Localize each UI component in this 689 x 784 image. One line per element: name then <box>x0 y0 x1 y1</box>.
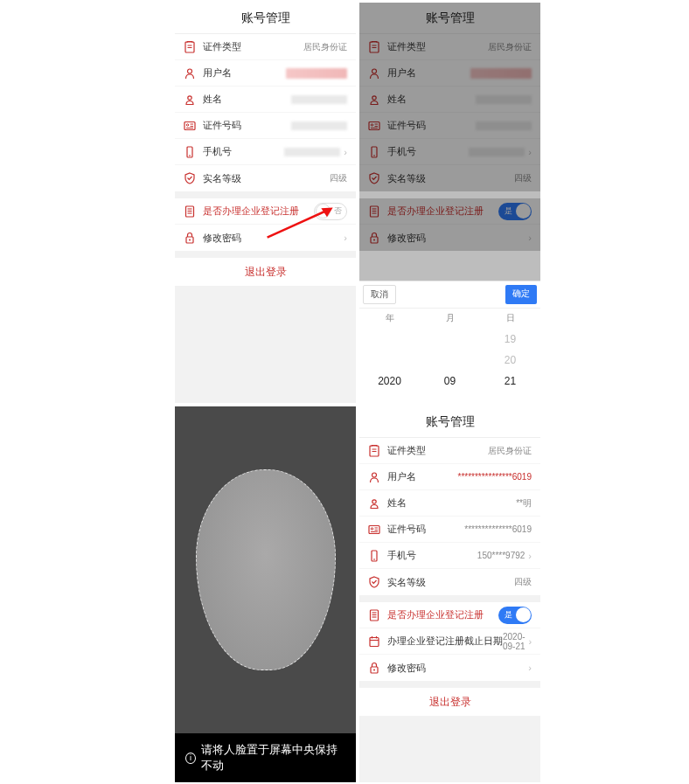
picker-col-month: 月 <box>420 312 480 324</box>
user-icon <box>184 67 196 80</box>
screen-account-datepicker: 账号管理 证件类型 居民身份证 用户名 姓名 <box>359 3 540 403</box>
value-username-redacted <box>286 68 347 79</box>
row-idnum: 证件号码 <box>359 113 540 139</box>
phone-icon <box>184 146 196 158</box>
shield-icon <box>368 576 380 588</box>
picker-col-year: 年 <box>359 312 420 324</box>
logout-button[interactable]: 退出登录 <box>359 688 540 716</box>
row-doctype: 证件类型 居民身份证 <box>359 34 540 60</box>
label-realname: 姓名 <box>203 93 222 106</box>
chevron-right-icon: › <box>344 232 347 243</box>
row-phone[interactable]: 手机号 150****9792 › <box>359 543 540 569</box>
date-picker: 取消 确定 年 月 日 2020 09 <box>359 281 540 403</box>
row-idnum: 证件号码 **************6019 <box>359 517 540 543</box>
row-register: 是否办理企业登记注册 否 <box>175 198 356 225</box>
lock-icon <box>368 662 380 674</box>
row-deadline[interactable]: 办理企业登记注册截止日期 2020-09-21 › <box>359 628 540 655</box>
person-icon <box>368 94 380 106</box>
picker-ok-button[interactable]: 确定 <box>505 285 537 304</box>
person-icon <box>184 94 196 106</box>
register-toggle[interactable]: 否 <box>314 203 347 220</box>
row-phone[interactable]: 手机号 › <box>359 139 540 165</box>
row-chpwd[interactable]: 修改密码 › <box>359 655 540 681</box>
idcard-icon <box>184 120 196 132</box>
row-idnum: 证件号码 <box>175 113 356 139</box>
value-username: ****************6019 <box>457 472 532 482</box>
value-realname: **明 <box>516 497 532 510</box>
doctype-icon <box>368 41 380 53</box>
face-hint-text: 请将人脸置于屏幕中央保持不动 <box>201 742 345 774</box>
row-phone[interactable]: 手机号 › <box>175 139 356 165</box>
value-idnum: **************6019 <box>464 524 532 534</box>
row-level: 实名等级 四级 <box>175 165 356 191</box>
shield-icon <box>184 172 196 184</box>
page-title: 账号管理 <box>175 3 356 34</box>
doctype-icon <box>184 41 196 53</box>
logout-button[interactable]: 退出登录 <box>175 258 356 286</box>
row-username: 用户名 <box>175 60 356 87</box>
chevron-right-icon: › <box>529 636 532 647</box>
value-level: 四级 <box>330 172 347 184</box>
screen-account-filled: 账号管理 证件类型 居民身份证 用户名 ****************6019… <box>359 406 540 782</box>
register-toggle[interactable]: 是 <box>498 607 532 624</box>
row-doctype: 证件类型 居民身份证 <box>175 34 356 60</box>
doc-red-icon <box>368 205 380 218</box>
row-realname: 姓名 <box>175 87 356 113</box>
row-realname: 姓名 <box>359 87 540 113</box>
phone-icon <box>368 146 380 158</box>
toggle-knob <box>316 204 331 219</box>
value-phone-redacted <box>284 148 340 156</box>
doc-red-icon <box>368 609 380 621</box>
chevron-right-icon: › <box>344 147 347 157</box>
row-level: 实名等级 四级 <box>359 569 540 595</box>
picker-wheel[interactable]: 2020 09 19 20 21 <box>359 328 540 403</box>
chevron-right-icon: › <box>528 663 532 673</box>
row-chpwd[interactable]: 修改密码 › <box>359 225 540 251</box>
label-idnum: 证件号码 <box>203 119 241 132</box>
phone-icon <box>368 550 380 562</box>
info-icon: i <box>185 753 196 764</box>
shield-icon <box>368 172 380 184</box>
value-phone: 150****9792 <box>477 551 525 560</box>
row-realname: 姓名 **明 <box>359 490 540 517</box>
row-register: 是否办理企业登记注册 是 <box>359 198 540 225</box>
toggle-label: 否 <box>334 205 342 217</box>
value-doctype: 居民身份证 <box>303 41 347 53</box>
page-title: 账号管理 <box>359 406 540 438</box>
lock-icon <box>184 232 196 244</box>
label-level: 实名等级 <box>203 172 241 185</box>
label-chpwd: 修改密码 <box>203 232 241 245</box>
lock-icon <box>368 232 380 244</box>
row-register: 是否办理企业登记注册 是 <box>359 602 540 628</box>
label-deadline: 办理企业登记注册截止日期 <box>387 635 503 648</box>
page-title: 账号管理 <box>359 3 540 34</box>
row-username: 用户名 <box>359 60 540 87</box>
face-outline-guide <box>196 469 336 670</box>
user-icon <box>368 67 380 80</box>
chevron-right-icon: › <box>528 551 532 561</box>
chevron-right-icon: › <box>528 232 532 243</box>
calendar-icon <box>368 635 380 648</box>
row-level: 实名等级 四级 <box>359 165 540 191</box>
screen-account-toggle-off: 账号管理 证件类型 居民身份证 用户名 姓名 证件号码 <box>175 3 356 403</box>
label-register: 是否办理企业登记注册 <box>203 205 299 218</box>
picker-col-day: 日 <box>480 312 540 324</box>
doctype-icon <box>368 445 380 457</box>
screen-face-capture: i 请将人脸置于屏幕中央保持不动 <box>175 406 356 782</box>
idcard-icon <box>368 120 380 132</box>
chevron-right-icon: › <box>528 147 532 157</box>
row-username: 用户名 ****************6019 <box>359 464 540 490</box>
register-toggle[interactable]: 是 <box>498 203 532 220</box>
face-hint-bar: i 请将人脸置于屏幕中央保持不动 <box>175 733 356 782</box>
row-doctype: 证件类型 居民身份证 <box>359 438 540 464</box>
doc-red-icon <box>184 205 196 218</box>
user-icon <box>368 471 380 483</box>
person-icon <box>368 497 380 510</box>
row-chpwd[interactable]: 修改密码 › <box>175 225 356 251</box>
value-realname-redacted <box>291 95 347 104</box>
value-deadline: 2020-09-21 <box>503 632 525 651</box>
label-phone: 手机号 <box>203 145 232 158</box>
value-idnum-redacted <box>291 121 347 130</box>
label-doctype: 证件类型 <box>203 40 241 53</box>
picker-cancel-button[interactable]: 取消 <box>363 285 396 304</box>
